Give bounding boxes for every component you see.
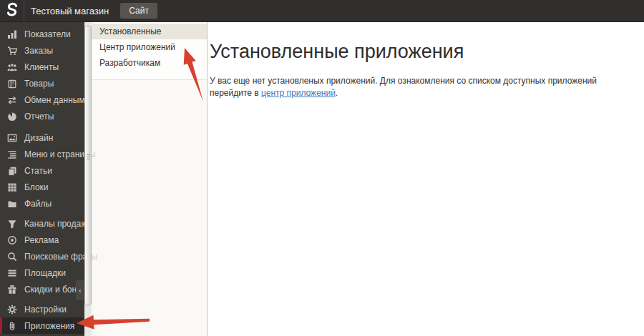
sidebar-item-search-phrases[interactable]: Поисковые фразы	[0, 248, 84, 265]
submenu-item-installed[interactable]: Установленные	[92, 24, 207, 39]
admin-app-window: Тестовый магазин Сайт ПоказателиЗаказыКл…	[0, 0, 644, 336]
products-icon	[6, 78, 18, 89]
app-center-link[interactable]: центр приложений	[261, 88, 336, 98]
sidebar-item-label: Отчеты	[24, 112, 54, 122]
sidebar-item-reports[interactable]: Отчеты	[0, 108, 84, 124]
paperclip-icon	[7, 321, 17, 331]
sidebar-item-apps[interactable]: Приложения	[0, 317, 84, 334]
sidebar-item-blocks[interactable]: Блоки	[0, 179, 84, 195]
content-area: Установленные приложения У вас еще нет у…	[208, 22, 644, 336]
submenu-items: УстановленныеЦентр приложенийРазработчик…	[92, 22, 207, 80]
menu-lines-icon	[6, 149, 18, 160]
users-icon	[7, 62, 17, 72]
sidebar-item-label: Показатели	[24, 29, 71, 39]
sidebar-item-label: Клиенты	[24, 62, 59, 72]
funnel-icon	[7, 219, 17, 229]
grid-icon	[7, 182, 17, 192]
insales-logo[interactable]	[0, 0, 24, 21]
cart-icon	[7, 46, 17, 56]
sidebar-collapse-tab[interactable]: ‹	[76, 280, 84, 300]
paperclip-icon	[6, 320, 18, 332]
sidebar-scrollbar-track[interactable]	[84, 22, 92, 336]
sidebar-group-3: Каналы продажРекламаПоисковые фразыПлоща…	[0, 215, 84, 297]
chevron-left-icon: ‹	[79, 287, 81, 295]
search-icon	[7, 252, 17, 262]
bar-chart-icon	[6, 29, 18, 40]
sidebar-item-files[interactable]: Файлы	[0, 195, 84, 212]
sidebar-groups: ПоказателиЗаказыКлиентыТоварыОбмен данны…	[0, 26, 84, 334]
sidebar-item-clients[interactable]: Клиенты	[0, 59, 84, 75]
sidebar-item-discounts[interactable]: Скидки и бонусы	[0, 281, 84, 297]
sidebar-item-label: Блоки	[24, 182, 49, 192]
sidebar-item-label: Статьи	[24, 166, 52, 176]
sidebar-item-label: Приложения	[24, 321, 74, 331]
sidebar-item-label: Файлы	[24, 199, 52, 209]
bar-chart-icon	[7, 29, 17, 39]
cart-icon	[6, 45, 18, 56]
folder-icon	[7, 199, 17, 209]
sidebar-item-label: Реклама	[24, 235, 59, 245]
pie-chart-icon	[7, 112, 17, 122]
sidebar-item-platforms[interactable]: Площадки	[0, 265, 84, 281]
products-icon	[7, 79, 17, 89]
sidebar-nav: ПоказателиЗаказыКлиентыТоварыОбмен данны…	[0, 22, 84, 336]
top-bar: Тестовый магазин Сайт	[0, 0, 644, 22]
page-title: Установленные приложения	[210, 41, 637, 63]
sidebar-item-data-exchange[interactable]: Обмен данными	[0, 92, 84, 108]
sidebar-group-4: НастройкиПриложения	[0, 301, 84, 334]
sidebar-item-label: Заказы	[24, 46, 53, 56]
sidebar-item-orders[interactable]: Заказы	[0, 42, 84, 59]
sidebar-item-dashboard[interactable]: Показатели	[0, 26, 84, 42]
gear-icon	[7, 305, 17, 315]
scrollbar-grip-icon	[87, 154, 90, 159]
site-button[interactable]: Сайт	[120, 3, 157, 19]
target-icon	[7, 235, 17, 245]
target-icon	[6, 234, 18, 246]
submenu-item-developers[interactable]: Разработчикам	[92, 55, 207, 71]
pages-icon	[7, 166, 17, 176]
store-name: Тестовый магазин	[31, 6, 109, 16]
search-icon	[6, 251, 18, 262]
list-icon	[6, 267, 18, 279]
sidebar-item-articles[interactable]: Статьи	[0, 162, 84, 179]
sidebar-group-2: ДизайнМеню и страницыСтатьиБлокиФайлы	[0, 129, 84, 212]
sidebar-scrollbar-thumb[interactable]	[84, 25, 92, 306]
submenu-empty-area	[92, 80, 207, 336]
menu-lines-icon	[7, 149, 17, 159]
sidebar-item-label: Настройки	[24, 305, 67, 315]
sidebar-item-label: Обмен данными	[24, 95, 89, 105]
exchange-icon	[6, 94, 18, 106]
empty-state-message: У вас еще нет установленых приложений. Д…	[210, 75, 637, 100]
sidebar-item-label: Дизайн	[24, 133, 53, 143]
insales-logo-icon	[5, 2, 19, 19]
sidebar-group-1: ПоказателиЗаказыКлиентыТоварыОбмен данны…	[0, 26, 84, 124]
main-row: ПоказателиЗаказыКлиентыТоварыОбмен данны…	[0, 22, 644, 336]
users-icon	[6, 61, 18, 73]
list-icon	[7, 268, 17, 278]
sidebar-item-design[interactable]: Дизайн	[0, 129, 84, 146]
grid-icon	[6, 182, 18, 193]
funnel-icon	[6, 218, 18, 229]
image-icon	[7, 133, 17, 143]
gift-icon	[7, 285, 17, 295]
sidebar-item-label: Каналы продаж	[24, 219, 87, 229]
pie-chart-icon	[6, 111, 18, 122]
submenu-item-app-center[interactable]: Центр приложений	[92, 39, 207, 55]
sidebar-item-settings[interactable]: Настройки	[0, 301, 84, 317]
sidebar-item-sales-channels[interactable]: Каналы продаж	[0, 215, 84, 232]
gear-icon	[6, 304, 18, 315]
sidebar-item-label: Площадки	[24, 268, 66, 278]
image-icon	[6, 132, 18, 144]
exchange-icon	[7, 95, 17, 105]
sidebar-item-label: Товары	[24, 79, 54, 89]
apps-submenu-panel: УстановленныеЦентр приложенийРазработчик…	[92, 22, 208, 336]
gift-icon	[6, 284, 18, 295]
message-period: .	[336, 88, 338, 98]
pages-icon	[6, 165, 18, 177]
sidebar-item-menu-pages[interactable]: Меню и страницы	[0, 146, 84, 162]
sidebar-item-ads[interactable]: Реклама	[0, 232, 84, 248]
folder-icon	[6, 198, 18, 209]
sidebar-item-products[interactable]: Товары	[0, 75, 84, 92]
